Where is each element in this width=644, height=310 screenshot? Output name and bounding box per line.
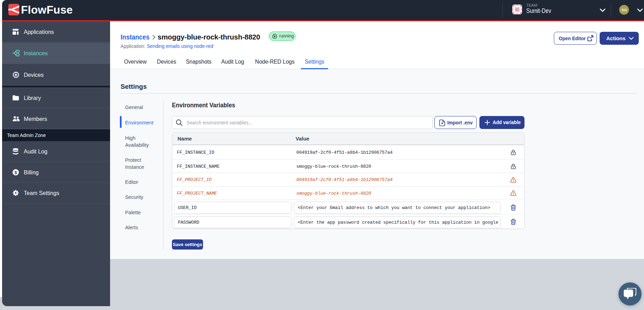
svg-text:$: $ xyxy=(14,170,17,175)
